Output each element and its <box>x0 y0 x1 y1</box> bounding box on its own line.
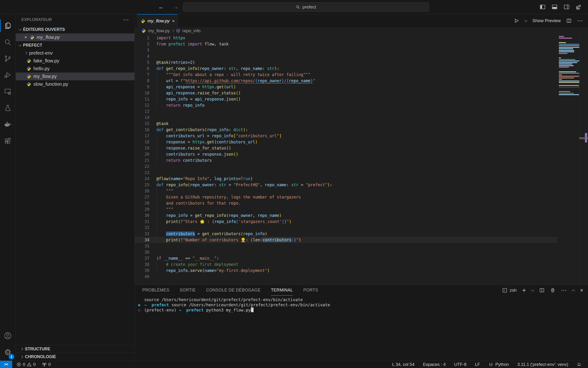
code-line[interactable]: 9 api_response = httpx.get(url) <box>135 84 557 90</box>
code-line[interactable]: 10 api_response.raise_for_status() <box>135 90 557 96</box>
code-line[interactable]: 16def get_contributors(repo_info: dict): <box>135 127 557 133</box>
run-dropdown-chevron-icon[interactable] <box>524 19 527 22</box>
line-number[interactable]: 23 <box>135 170 149 176</box>
code-line[interactable]: 39 repo_info.serve(name="my-first-deploy… <box>135 267 557 274</box>
explorer-more-actions-icon[interactable]: ⋯ <box>123 17 129 23</box>
file-fake_flow.py[interactable]: fake_flow.py <box>16 57 134 65</box>
line-number[interactable]: 31 <box>135 219 149 225</box>
panel-tab-probl-mes[interactable]: PROBLÈMES <box>142 285 169 296</box>
code-line[interactable]: 18 response = httpx.get(contributors_url… <box>135 139 557 145</box>
account-icon[interactable] <box>0 328 16 344</box>
code-editor[interactable]: 1import httpx2from prefect import flow, … <box>135 34 588 285</box>
section-structure[interactable]: STRUCTURE <box>16 345 134 353</box>
code-line[interactable]: 1import httpx <box>135 35 557 41</box>
activity-docker[interactable] <box>0 116 16 133</box>
code-line[interactable]: 13 <box>135 108 557 114</box>
code-line[interactable]: 31 print(f"Stars 🌟 : {repo_info['stargaz… <box>135 219 557 225</box>
breadcrumb-symbol[interactable]: repo_info <box>183 28 201 33</box>
line-number[interactable]: 9 <box>135 84 149 90</box>
activity-search[interactable] <box>0 34 16 50</box>
code-line[interactable]: 11 repo_info = api_response.json() <box>135 96 557 102</box>
line-number[interactable]: 16 <box>135 127 149 133</box>
line-number[interactable]: 4 <box>135 53 149 59</box>
line-number[interactable]: 29 <box>135 206 149 212</box>
panel-tab-console-de-d-bogage[interactable]: CONSOLE DE DÉBOGAGE <box>206 285 261 296</box>
line-number[interactable]: 12 <box>135 102 149 108</box>
tab-my-flow[interactable]: my_flow.py × <box>137 14 178 27</box>
terminal-output[interactable]: source /Users/henricourdent/git/prefect/… <box>135 296 588 313</box>
code-line[interactable]: 14 <box>135 114 557 120</box>
maximize-panel-icon[interactable] <box>572 290 575 293</box>
line-number[interactable]: 33 <box>135 231 149 237</box>
panel-more-actions-icon[interactable]: ⋯ <box>561 287 567 294</box>
settings-gear-icon[interactable]: ⚙ 1 <box>0 344 16 360</box>
minimap[interactable] <box>557 34 588 285</box>
line-number[interactable]: 38 <box>135 261 149 267</box>
line-number[interactable]: 2 <box>135 41 149 47</box>
encoding[interactable]: UTF-8 <box>454 362 466 367</box>
line-number[interactable]: 21 <box>135 157 149 163</box>
close-editor-icon[interactable]: × <box>24 35 27 40</box>
code-line[interactable]: 24@flow(name="Repo Info", log_prints=Tru… <box>135 176 557 182</box>
toggle-secondary-sidebar-icon[interactable] <box>564 4 570 10</box>
section-open-editors[interactable]: ÉDITEURS OUVERTS <box>16 25 134 33</box>
code-line[interactable]: 27 Given a GitHub repository, logs the n… <box>135 194 557 200</box>
line-number[interactable]: 19 <box>135 145 149 151</box>
panel-tab-terminal[interactable]: TERMINAL <box>271 285 293 296</box>
command-center-search[interactable]: prefect <box>183 2 429 12</box>
line-number[interactable]: 1 <box>135 35 149 41</box>
shell-label[interactable]: zsh <box>510 288 517 293</box>
section-workspace-prefect[interactable]: PREFECT <box>16 41 134 49</box>
toggle-primary-sidebar-icon[interactable] <box>540 4 545 10</box>
open-editor-item[interactable]: × my_flow.py <box>16 33 134 41</box>
line-number[interactable]: 6 <box>135 65 149 72</box>
activity-testing[interactable] <box>0 100 16 116</box>
line-number[interactable]: 24 <box>135 176 149 182</box>
split-editor-icon[interactable] <box>566 18 571 23</box>
code-line[interactable]: 19 response.raise_for_status() <box>135 145 557 151</box>
code-line[interactable]: 28 and contributors for that repo. <box>135 200 557 206</box>
line-number[interactable]: 34 <box>135 237 149 243</box>
line-number[interactable]: 5 <box>135 59 149 65</box>
panel-tab-ports[interactable]: PORTS <box>303 285 318 296</box>
show-preview-button[interactable]: Show Preview <box>533 18 561 23</box>
new-terminal-icon[interactable]: + <box>522 287 526 294</box>
line-number[interactable]: 32 <box>135 225 149 231</box>
code-line[interactable]: 15@task <box>135 120 557 127</box>
code-line[interactable]: 17 contributors_url = repo_info["contrib… <box>135 133 557 139</box>
code-line[interactable]: 32 <box>135 225 557 231</box>
toggle-panel-icon[interactable] <box>552 4 557 10</box>
ports-status[interactable]: 0 <box>42 362 51 367</box>
panel-tab-sortie[interactable]: SORTIE <box>180 285 196 296</box>
code-line[interactable]: 37if __name__ == "__main__": <box>135 255 557 261</box>
code-line[interactable]: 20 contributors = response.json() <box>135 151 557 157</box>
code-line[interactable]: 4 <box>135 53 557 59</box>
code-line[interactable]: 26 """ <box>135 188 557 194</box>
customize-layout-icon[interactable] <box>576 4 581 10</box>
line-number[interactable]: 7 <box>135 72 149 78</box>
code-line[interactable]: 29 """ <box>135 206 557 212</box>
line-number[interactable]: 8 <box>135 78 149 84</box>
file-slow_function.py[interactable]: slow_function.py <box>16 80 134 88</box>
code-line[interactable]: 6def get_repo_info(repo_owner: str, repo… <box>135 65 557 72</box>
line-number[interactable]: 40 <box>135 274 149 280</box>
code-line[interactable]: 34 print(f"Number of contributors 👷: {le… <box>135 237 557 243</box>
code-line[interactable]: 8 url = f"https://api.github.com/repos/{… <box>135 78 557 84</box>
history-forward-icon[interactable]: → <box>172 3 179 11</box>
line-number[interactable]: 18 <box>135 139 149 145</box>
terminal-dropdown-chevron-icon[interactable] <box>531 288 534 292</box>
line-number[interactable]: 17 <box>135 133 149 139</box>
line-number[interactable]: 20 <box>135 151 149 157</box>
file-my_flow.py[interactable]: my_flow.py <box>16 73 134 80</box>
scrollbar-handle[interactable] <box>579 137 588 139</box>
line-number[interactable]: 13 <box>135 108 149 114</box>
language-mode[interactable]: Python <box>489 362 509 367</box>
line-number[interactable]: 39 <box>135 267 149 274</box>
line-number[interactable]: 3 <box>135 47 149 53</box>
line-number[interactable]: 26 <box>135 188 149 194</box>
code-line[interactable]: 3 <box>135 47 557 53</box>
kill-terminal-trash-icon[interactable] <box>550 288 555 293</box>
breadcrumb-file[interactable]: my_flow.py <box>148 28 170 33</box>
code-line[interactable]: 25def repo_info(repo_owner: str = "Prefe… <box>135 182 557 188</box>
line-number[interactable]: 30 <box>135 212 149 219</box>
